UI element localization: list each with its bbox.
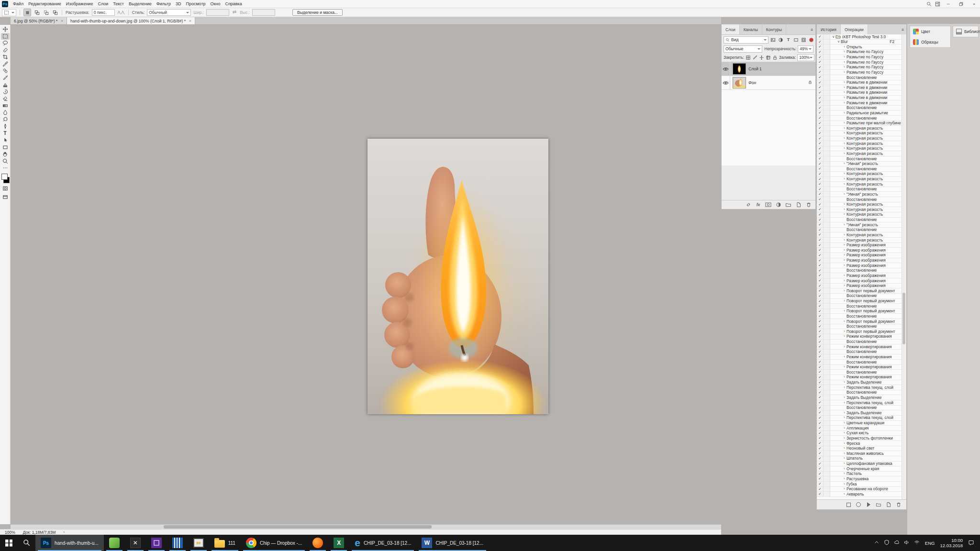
crop-tool[interactable] <box>1 54 10 61</box>
selection-mode-subtract[interactable] <box>43 9 49 16</box>
expand-icon[interactable]: › <box>842 482 846 486</box>
action-dialog-toggle[interactable] <box>824 182 830 187</box>
action-dialog-toggle[interactable] <box>824 472 830 476</box>
action-dialog-toggle[interactable] <box>824 177 830 182</box>
action-dialog-toggle[interactable] <box>824 187 830 192</box>
expand-icon[interactable]: › <box>842 278 846 283</box>
blur-tool[interactable] <box>1 109 10 116</box>
expand-icon[interactable]: › <box>842 162 846 166</box>
panel-menu-icon[interactable]: ≡ <box>899 24 906 34</box>
action-checkmark[interactable]: ✓ <box>817 110 824 115</box>
action-checkmark[interactable]: ✓ <box>817 319 824 324</box>
filter-adjustment-layers-icon[interactable] <box>778 37 784 43</box>
action-checkmark[interactable]: ✓ <box>817 436 824 441</box>
action-dialog-toggle[interactable] <box>824 232 830 237</box>
action-row[interactable]: ✓›Открыть <box>817 44 902 50</box>
action-row[interactable]: ✓Восстановление <box>817 187 902 192</box>
action-checkmark[interactable]: ✓ <box>817 482 824 486</box>
gradient-tool[interactable] <box>1 102 10 110</box>
action-row[interactable]: ✓›Пастель <box>817 472 902 477</box>
action-checkmark[interactable]: ✓ <box>817 70 824 75</box>
action-dialog-toggle[interactable] <box>824 202 830 207</box>
expand-icon[interactable]: › <box>842 121 846 126</box>
brush-tool[interactable] <box>1 75 10 82</box>
action-row[interactable]: ✓›Размер изображения <box>817 278 902 284</box>
action-row[interactable]: ✓Восстановление <box>817 390 902 396</box>
expand-icon[interactable]: › <box>842 202 846 207</box>
action-checkmark[interactable]: ✓ <box>817 446 824 451</box>
action-row[interactable]: ✓›Режим конвертирования <box>817 375 902 380</box>
menu-item[interactable]: Справка <box>223 0 244 8</box>
action-checkmark[interactable]: ✓ <box>817 228 824 232</box>
action-checkmark[interactable]: ✓ <box>817 243 824 248</box>
action-checkmark[interactable]: ✓ <box>817 416 824 420</box>
expand-icon[interactable]: › <box>842 299 846 304</box>
taskbar-excel-app[interactable]: X <box>328 535 349 551</box>
menu-item[interactable]: Изображение <box>64 0 96 8</box>
layer-thumbnail[interactable] <box>733 63 746 75</box>
action-row[interactable]: ✓Восстановление <box>817 166 902 172</box>
action-dialog-toggle[interactable] <box>824 299 830 304</box>
action-row[interactable]: ✓∨iXBT Photoshop Test 3.0 <box>817 34 902 40</box>
menu-item[interactable]: Файл <box>11 0 26 8</box>
record-action-icon[interactable] <box>856 502 861 507</box>
expand-icon[interactable]: › <box>842 329 846 334</box>
search-icon[interactable] <box>925 1 933 7</box>
filter-shape-layers-icon[interactable] <box>793 37 799 43</box>
action-checkmark[interactable]: ✓ <box>817 426 824 430</box>
expand-icon[interactable]: › <box>842 131 846 136</box>
action-dialog-toggle[interactable] <box>824 253 830 258</box>
expand-icon[interactable]: › <box>842 410 846 415</box>
action-checkmark[interactable]: ✓ <box>817 385 824 390</box>
action-checkmark[interactable]: ✓ <box>817 380 824 385</box>
action-row[interactable]: ✓›Размытие по Гауссу <box>817 50 902 55</box>
action-checkmark[interactable]: ✓ <box>817 202 824 207</box>
layers-tab[interactable]: Контуры <box>762 24 786 34</box>
action-checkmark[interactable]: ✓ <box>817 141 824 146</box>
action-row[interactable]: ✓Восстановление <box>817 340 902 345</box>
action-row[interactable]: ✓›Задать Выделение <box>817 395 902 400</box>
action-row[interactable]: ✓›Шпатель <box>817 456 902 462</box>
action-dialog-toggle[interactable] <box>824 70 830 75</box>
action-checkmark[interactable]: ✓ <box>817 476 824 481</box>
action-checkmark[interactable]: ✓ <box>817 365 824 370</box>
action-row[interactable]: ✓Восстановление <box>817 197 902 202</box>
expand-icon[interactable]: › <box>842 365 846 370</box>
action-checkmark[interactable]: ✓ <box>817 431 824 436</box>
lock-all-icon[interactable] <box>772 55 778 61</box>
action-dialog-toggle[interactable] <box>824 146 830 151</box>
action-row[interactable]: ✓›Размер изображения <box>817 284 902 289</box>
action-checkmark[interactable]: ✓ <box>817 232 824 237</box>
action-dialog-toggle[interactable] <box>824 136 830 141</box>
action-row[interactable]: ✓›Режим конвертирования <box>817 354 902 360</box>
action-row[interactable]: ✓Восстановление <box>817 370 902 375</box>
expand-icon[interactable]: › <box>842 182 846 187</box>
action-row[interactable]: ✓›Размер изображения <box>817 243 902 248</box>
new-action-icon[interactable] <box>886 502 891 507</box>
expand-icon[interactable]: › <box>842 80 846 85</box>
dodge-tool[interactable] <box>1 116 10 123</box>
taskbar-start[interactable] <box>0 535 18 551</box>
restore-button[interactable] <box>955 0 967 8</box>
action-dialog-toggle[interactable] <box>824 65 830 70</box>
action-checkmark[interactable]: ✓ <box>817 106 824 110</box>
shield-icon[interactable] <box>884 540 890 546</box>
action-checkmark[interactable]: ✓ <box>817 441 824 446</box>
taskbar-word-task[interactable]: WCHIP_DE_03-18 [12... <box>416 535 489 551</box>
action-checkmark[interactable]: ✓ <box>817 390 824 395</box>
action-checkmark[interactable]: ✓ <box>817 40 824 44</box>
action-row[interactable]: ✓›Контурная резкость <box>817 207 902 212</box>
action-dialog-toggle[interactable] <box>824 319 830 324</box>
menu-item[interactable]: Фильтр <box>154 0 173 8</box>
action-dialog-toggle[interactable] <box>824 288 830 293</box>
path-selection-tool[interactable] <box>1 137 10 144</box>
expand-icon[interactable]: › <box>842 426 846 430</box>
action-dialog-toggle[interactable] <box>824 284 830 288</box>
lock-transparency-icon[interactable] <box>746 55 751 61</box>
expand-icon[interactable]: › <box>842 172 846 176</box>
canvas-image[interactable] <box>368 139 548 414</box>
action-checkmark[interactable]: ✓ <box>817 253 824 258</box>
action-checkmark[interactable]: ✓ <box>817 350 824 354</box>
action-checkmark[interactable]: ✓ <box>817 375 824 380</box>
swap-dimensions-icon[interactable] <box>232 10 237 15</box>
